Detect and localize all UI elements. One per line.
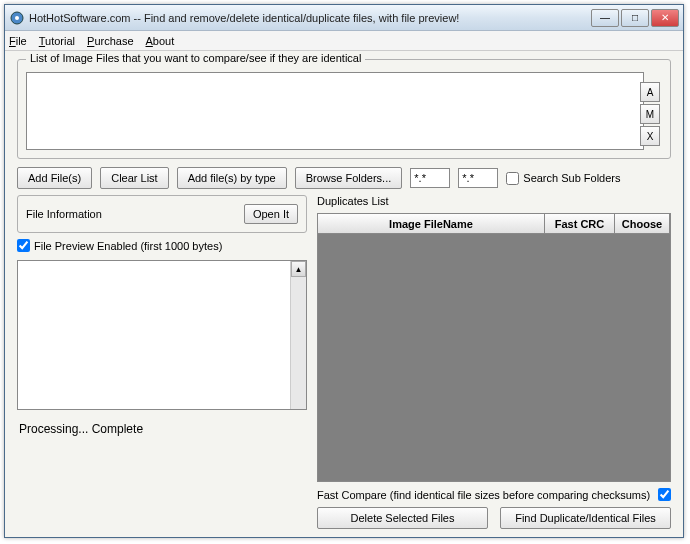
close-button[interactable]: ✕ <box>651 9 679 27</box>
left-column: File Information Open It File Preview En… <box>17 195 307 529</box>
browse-folders-button[interactable]: Browse Folders... <box>295 167 403 189</box>
preview-textarea[interactable]: ▲ <box>17 260 307 410</box>
titlebar: HotHotSoftware.com -- Find and remove/de… <box>5 5 683 31</box>
scroll-up-icon[interactable]: ▲ <box>291 261 306 277</box>
select-all-button[interactable]: A <box>640 82 660 102</box>
file-list-box[interactable] <box>26 72 644 150</box>
grid-col-crc[interactable]: Fast CRC <box>545 214 615 233</box>
search-sub-row: Search Sub Folders <box>506 172 620 185</box>
file-info-header: File Information Open It <box>26 204 298 224</box>
preview-enabled-checkbox[interactable] <box>17 239 30 252</box>
app-icon <box>9 10 25 26</box>
status-text: Processing... Complete <box>17 416 307 442</box>
search-sub-label: Search Sub Folders <box>523 172 620 184</box>
delete-selected-button[interactable]: Delete Selected Files <box>317 507 488 529</box>
add-by-type-button[interactable]: Add file(s) by type <box>177 167 287 189</box>
grid-header: Image FileName Fast CRC Choose <box>318 214 670 234</box>
side-buttons: A M X <box>640 82 660 146</box>
menu-tutorial[interactable]: Tutorial <box>39 35 75 47</box>
svg-point-1 <box>15 16 19 20</box>
menubar: File Tutorial Purchase About <box>5 31 683 51</box>
main-window: HotHotSoftware.com -- Find and remove/de… <box>4 4 684 538</box>
duplicates-grid[interactable]: Image FileName Fast CRC Choose <box>317 213 671 482</box>
ext-input-2[interactable] <box>458 168 498 188</box>
move-button[interactable]: M <box>640 104 660 124</box>
open-it-button[interactable]: Open It <box>244 204 298 224</box>
menu-purchase[interactable]: Purchase <box>87 35 133 47</box>
clear-list-button[interactable]: Clear List <box>100 167 168 189</box>
search-sub-checkbox[interactable] <box>506 172 519 185</box>
window-controls: — □ ✕ <box>591 9 679 27</box>
menu-about[interactable]: About <box>146 35 175 47</box>
bottom-buttons: Delete Selected Files Find Duplicate/Ide… <box>317 507 671 529</box>
ext-input-1[interactable] <box>410 168 450 188</box>
window-title: HotHotSoftware.com -- Find and remove/de… <box>29 12 591 24</box>
find-duplicates-button[interactable]: Find Duplicate/Identical Files <box>500 507 671 529</box>
preview-scrollbar[interactable]: ▲ <box>290 261 306 409</box>
duplicates-list-label: Duplicates List <box>317 195 671 207</box>
fast-compare-label: Fast Compare (find identical file sizes … <box>317 489 650 501</box>
right-column: Duplicates List Image FileName Fast CRC … <box>317 195 671 529</box>
toolbar-row: Add File(s) Clear List Add file(s) by ty… <box>17 167 671 189</box>
grid-col-choose[interactable]: Choose <box>615 214 670 233</box>
maximize-button[interactable]: □ <box>621 9 649 27</box>
fast-compare-checkbox[interactable] <box>658 488 671 501</box>
file-list-label: List of Image Files that you want to com… <box>26 52 365 64</box>
content-area: List of Image Files that you want to com… <box>5 51 683 537</box>
menu-file[interactable]: File <box>9 35 27 47</box>
fast-compare-row: Fast Compare (find identical file sizes … <box>317 488 671 501</box>
add-files-button[interactable]: Add File(s) <box>17 167 92 189</box>
bottom-right: Fast Compare (find identical file sizes … <box>317 488 671 529</box>
minimize-button[interactable]: — <box>591 9 619 27</box>
remove-button[interactable]: X <box>640 126 660 146</box>
lower-section: File Information Open It File Preview En… <box>17 195 671 529</box>
file-info-label: File Information <box>26 208 102 220</box>
preview-enabled-row: File Preview Enabled (first 1000 bytes) <box>17 239 307 252</box>
file-list-group: List of Image Files that you want to com… <box>17 59 671 159</box>
grid-col-filename[interactable]: Image FileName <box>318 214 545 233</box>
file-info-group: File Information Open It <box>17 195 307 233</box>
preview-enabled-label: File Preview Enabled (first 1000 bytes) <box>34 240 222 252</box>
